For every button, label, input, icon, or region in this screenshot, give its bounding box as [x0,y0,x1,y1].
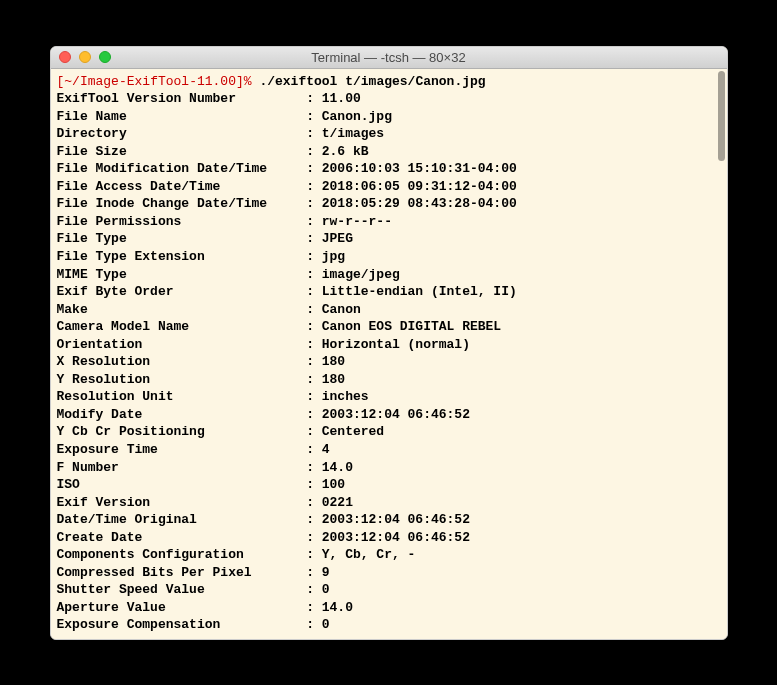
output-row: ISO : 100 [57,476,721,494]
output-rows: ExifTool Version Number : 11.00File Name… [57,90,721,634]
output-row: Orientation : Horizontal (normal) [57,336,721,354]
output-row: Date/Time Original : 2003:12:04 06:46:52 [57,511,721,529]
output-row: Directory : t/images [57,125,721,143]
output-row: File Inode Change Date/Time : 2018:05:29… [57,195,721,213]
output-row: Make : Canon [57,301,721,319]
output-row: X Resolution : 180 [57,353,721,371]
output-row: Create Date : 2003:12:04 06:46:52 [57,529,721,547]
output-row: Aperture Value : 14.0 [57,599,721,617]
output-row: F Number : 14.0 [57,459,721,477]
prompt-path: ~/Image-ExifTool-11.00 [64,74,236,89]
output-row: File Name : Canon.jpg [57,108,721,126]
output-row: File Size : 2.6 kB [57,143,721,161]
close-icon[interactable] [59,51,71,63]
output-row: Exif Version : 0221 [57,494,721,512]
maximize-icon[interactable] [99,51,111,63]
terminal-content: [~/Image-ExifTool-11.00]% ./exiftool t/i… [57,73,721,635]
output-row: Exif Byte Order : Little-endian (Intel, … [57,283,721,301]
titlebar[interactable]: Terminal — -tcsh — 80×32 [51,47,727,69]
output-row: File Modification Date/Time : 2006:10:03… [57,160,721,178]
terminal-window: Terminal — -tcsh — 80×32 [~/Image-ExifTo… [50,46,728,640]
window-title: Terminal — -tcsh — 80×32 [51,50,727,65]
output-row: Resolution Unit : inches [57,388,721,406]
output-row: Components Configuration : Y, Cb, Cr, - [57,546,721,564]
output-row: Modify Date : 2003:12:04 06:46:52 [57,406,721,424]
output-row: Shutter Speed Value : 0 [57,581,721,599]
output-row: File Type Extension : jpg [57,248,721,266]
output-row: MIME Type : image/jpeg [57,266,721,284]
output-row: File Permissions : rw-r--r-- [57,213,721,231]
terminal-body[interactable]: [~/Image-ExifTool-11.00]% ./exiftool t/i… [51,69,727,639]
prompt-close: ]% [236,74,252,89]
prompt-command: ./exiftool t/images/Canon.jpg [259,74,485,89]
output-row: Exposure Compensation : 0 [57,616,721,634]
output-row: Y Resolution : 180 [57,371,721,389]
output-row: ExifTool Version Number : 11.00 [57,90,721,108]
output-row: File Access Date/Time : 2018:06:05 09:31… [57,178,721,196]
output-row: Camera Model Name : Canon EOS DIGITAL RE… [57,318,721,336]
prompt-line: [~/Image-ExifTool-11.00]% ./exiftool t/i… [57,73,721,91]
output-row: Exposure Time : 4 [57,441,721,459]
output-row: Y Cb Cr Positioning : Centered [57,423,721,441]
output-row: File Type : JPEG [57,230,721,248]
minimize-icon[interactable] [79,51,91,63]
scrollbar-thumb[interactable] [718,71,725,161]
traffic-lights [59,51,111,63]
output-row: Compressed Bits Per Pixel : 9 [57,564,721,582]
